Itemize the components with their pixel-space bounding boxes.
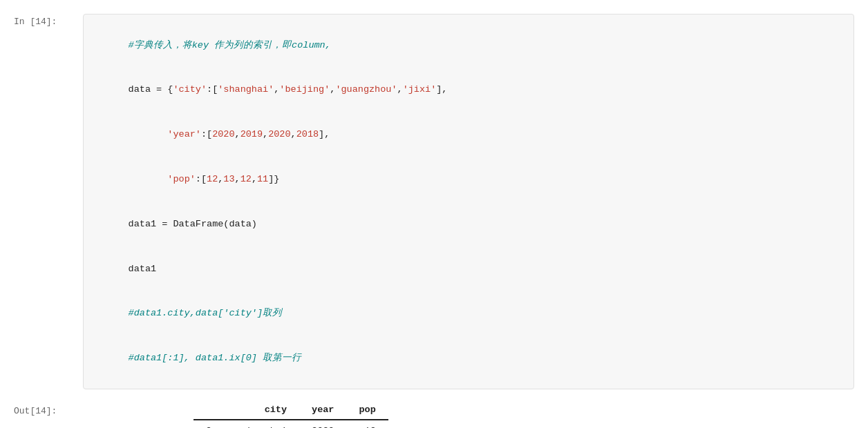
table-body: 0shanghai2020121beijing2019132guangzhou2… — [194, 420, 388, 428]
code-line-3: 'year':[2020,2019,2020,2018], — [95, 113, 842, 157]
col-header-index — [194, 400, 224, 420]
col-header-city: city — [224, 400, 299, 420]
code-line-7: #data1.city,data['city']取列 — [95, 291, 842, 336]
dataframe-table: city year pop 0shanghai2020121beijing201… — [194, 400, 388, 428]
input-cell: In [14]: #字典传入，将key 作为列的索引，即column, data… — [0, 14, 868, 389]
table-row: 0shanghai202012 — [194, 420, 388, 428]
code-block[interactable]: #字典传入，将key 作为列的索引，即column, data = {'city… — [83, 14, 854, 389]
comment-1: #字典传入，将key 作为列的索引，即column, — [129, 40, 331, 50]
output-block: city year pop 0shanghai2020121beijing201… — [152, 400, 854, 428]
code-line-8: #data1[:1], data1.ix[0] 取第一行 — [95, 335, 842, 380]
output-label: Out[14]: — [14, 400, 83, 416]
year-string: 'year' — [167, 129, 201, 139]
code-line-5: data1 = DataFrame(data) — [95, 202, 842, 246]
data-keyword: data — [129, 84, 151, 95]
code-line-4: 'pop':[12,13,12,11]} — [95, 157, 842, 202]
cell-city: shanghai — [224, 420, 299, 428]
input-label: In [14]: — [14, 14, 83, 27]
table-header-row: city year pop — [194, 400, 388, 420]
code-line-2: data = {'city':['shanghai','beijing','gu… — [95, 68, 842, 113]
col-header-year: year — [299, 400, 346, 420]
pop-string: 'pop' — [167, 174, 196, 184]
col-header-pop: pop — [346, 400, 388, 420]
city-string: 'city' — [173, 84, 207, 95]
code-line-6: data1 — [95, 246, 842, 291]
cell-year: 2020 — [299, 420, 346, 428]
output-cell: Out[14]: city year pop 0shanghai2020121b… — [0, 400, 868, 428]
cell-index: 0 — [194, 420, 224, 428]
cell-pop: 12 — [346, 420, 388, 428]
code-line-1: #字典传入，将key 作为列的索引，即column, — [95, 23, 842, 68]
